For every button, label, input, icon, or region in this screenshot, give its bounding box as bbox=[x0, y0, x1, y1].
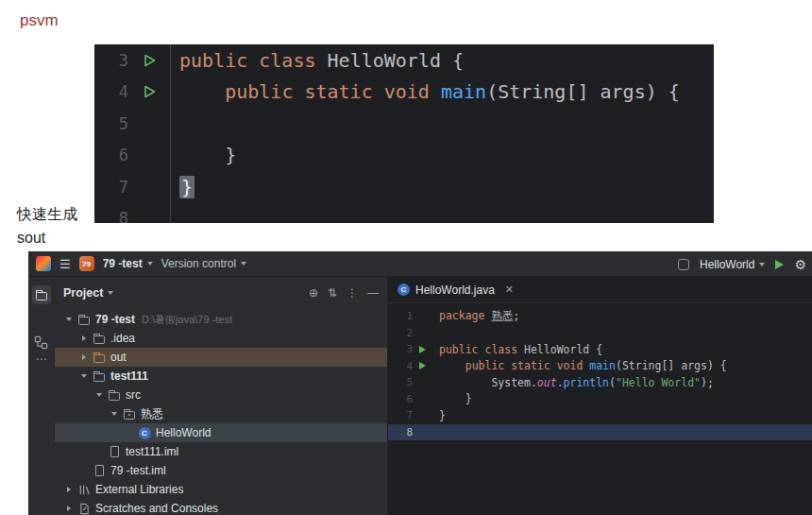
tree-row-idea[interactable]: .idea bbox=[55, 329, 387, 348]
editor-line-4[interactable]: 4 public static void main(String[] args)… bbox=[388, 358, 812, 375]
excluded-folder-icon bbox=[91, 352, 108, 363]
structure-toolwindow-icon[interactable] bbox=[34, 335, 48, 352]
locate-file-icon[interactable]: ⊕ bbox=[309, 286, 318, 300]
collapse-all-icon[interactable]: ⇅ bbox=[328, 286, 337, 300]
ide-main: ⋯ Project ⊕ ⇅ ⋮ — 79 -test D:\暑假java\79 … bbox=[28, 277, 812, 515]
line-number: 8 bbox=[94, 209, 128, 223]
run-icon[interactable] bbox=[128, 84, 170, 99]
run-main-icon[interactable] bbox=[419, 362, 426, 369]
tree-row-external-libraries[interactable]: External Libraries bbox=[55, 480, 387, 499]
snippet-line-3[interactable]: 3 public class HelloWorld { bbox=[94, 44, 714, 77]
doc-heading-psvm: psvm bbox=[20, 11, 59, 30]
chevron-down-icon[interactable] bbox=[62, 318, 76, 321]
run-class-icon[interactable] bbox=[419, 346, 426, 353]
settings-gear-icon[interactable]: ⚙ bbox=[794, 258, 806, 271]
code-text: public class HelloWorld { bbox=[170, 49, 464, 72]
chevron-down-icon[interactable] bbox=[77, 374, 91, 378]
chevron-right-icon[interactable] bbox=[62, 506, 76, 511]
file-icon bbox=[106, 446, 123, 457]
more-toolwindows-icon[interactable]: ⋯ bbox=[28, 352, 55, 366]
line-number: 6 bbox=[94, 146, 128, 164]
vcs-widget[interactable]: Version control bbox=[161, 257, 246, 270]
editor-area: C HelloWorld.java ✕ 1 package 熟悉; 2 3 pu… bbox=[387, 277, 812, 515]
tree-row-scratches[interactable]: Scratches and Consoles bbox=[55, 499, 387, 515]
editor-line-1[interactable]: 1 package 熟悉; bbox=[388, 308, 812, 325]
tree-row-test111-iml[interactable]: test111.iml bbox=[55, 442, 387, 461]
tab-helloworld-java[interactable]: C HelloWorld.java ✕ bbox=[398, 283, 514, 297]
editor-line-8-caret[interactable]: 8 bbox=[388, 424, 812, 441]
file-icon bbox=[91, 465, 108, 476]
snippet-line-7[interactable]: 7 } bbox=[94, 171, 714, 203]
code-text: } bbox=[170, 176, 195, 198]
run-button[interactable] bbox=[775, 260, 784, 269]
class-icon: C bbox=[136, 427, 153, 439]
editor-tab-bar: C HelloWorld.java ✕ bbox=[388, 277, 812, 303]
editor-line-3[interactable]: 3 public class HelloWorld { bbox=[388, 341, 812, 358]
line-number: 3 bbox=[94, 51, 128, 70]
doc-heading-sout: sout bbox=[17, 230, 45, 247]
run-icon[interactable] bbox=[128, 53, 170, 68]
project-panel-toolbar: ⊕ ⇅ ⋮ — bbox=[309, 286, 379, 300]
code-snippet: 3 public class HelloWorld { 4 public sta… bbox=[94, 44, 714, 223]
project-avatar[interactable]: 79 bbox=[79, 256, 94, 271]
more-options-icon[interactable]: ⋮ bbox=[347, 286, 358, 300]
class-icon: C bbox=[398, 283, 410, 296]
editor-line-2[interactable]: 2 bbox=[388, 325, 812, 342]
tree-row-test111[interactable]: test111 bbox=[55, 367, 387, 386]
intellij-logo-icon bbox=[36, 256, 51, 271]
library-icon bbox=[76, 484, 93, 496]
folder-icon bbox=[76, 315, 93, 325]
tool-window-strip: ⋯ bbox=[28, 277, 55, 515]
project-path: D:\暑假java\79 -test bbox=[142, 313, 232, 327]
editor-code: 1 package 熟悉; 2 3 public class HelloWorl… bbox=[388, 308, 812, 440]
editor-line-6[interactable]: 6 } bbox=[388, 391, 812, 408]
tree-row-project-root[interactable]: 79 -test D:\暑假java\79 -test bbox=[55, 310, 387, 329]
run-widget: HelloWorld ⚙ bbox=[678, 251, 806, 277]
chevron-down-icon[interactable] bbox=[108, 412, 121, 416]
snippet-line-5[interactable]: 5 bbox=[94, 108, 714, 140]
snippet-line-4[interactable]: 4 public static void main(String[] args)… bbox=[94, 77, 714, 109]
chevron-down-icon[interactable] bbox=[93, 393, 106, 397]
line-number: 7 bbox=[94, 178, 128, 197]
editor-line-5[interactable]: 5 System.out.println("Hello World"); bbox=[388, 374, 812, 391]
chevron-right-icon[interactable] bbox=[77, 354, 91, 360]
editor-line-7[interactable]: 7 } bbox=[388, 407, 812, 424]
tree-row-project-iml[interactable]: 79 -test.iml bbox=[55, 461, 387, 480]
module-folder-icon bbox=[91, 371, 108, 382]
line-number: 4 bbox=[94, 82, 128, 101]
title-bar: ☰ 79 79 -test Version control HelloWorld… bbox=[28, 251, 812, 277]
tree-row-out[interactable]: out bbox=[55, 348, 387, 367]
close-tab-icon[interactable]: ✕ bbox=[505, 283, 514, 296]
run-config-icon[interactable] bbox=[678, 259, 689, 270]
tree-row-helloworld[interactable]: C HelloWorld bbox=[55, 423, 387, 442]
tree-row-src[interactable]: src bbox=[55, 386, 387, 404]
ide-window: ☰ 79 79 -test Version control HelloWorld… bbox=[28, 251, 812, 515]
scratches-icon bbox=[76, 503, 93, 515]
doc-caption-generate: 快速生成 bbox=[17, 205, 77, 225]
folder-icon bbox=[36, 292, 47, 300]
snippet-line-6[interactable]: 6 } bbox=[94, 140, 714, 172]
chevron-right-icon[interactable] bbox=[62, 487, 76, 492]
project-panel-header: Project ⊕ ⇅ ⋮ — bbox=[55, 277, 387, 308]
snippet-line-8[interactable]: 8 bbox=[94, 203, 714, 224]
code-text: } bbox=[170, 144, 236, 166]
project-panel-title[interactable]: Project bbox=[63, 286, 113, 300]
line-number: 5 bbox=[94, 114, 128, 133]
source-folder-icon bbox=[106, 390, 123, 401]
project-selector[interactable]: 79 -test bbox=[103, 257, 153, 270]
package-icon bbox=[121, 409, 138, 420]
project-panel: Project ⊕ ⇅ ⋮ — 79 -test D:\暑假java\79 -t… bbox=[55, 277, 387, 515]
project-tree: 79 -test D:\暑假java\79 -test .idea out te bbox=[55, 310, 387, 515]
run-config-selector[interactable]: HelloWorld bbox=[700, 258, 765, 271]
tree-row-package[interactable]: 熟悉 bbox=[55, 404, 387, 423]
hide-panel-icon[interactable]: — bbox=[367, 286, 379, 300]
hamburger-menu-icon[interactable]: ☰ bbox=[59, 257, 71, 271]
code-text: public static void main(String[] args) { bbox=[170, 80, 680, 103]
block-caret: } bbox=[179, 176, 195, 198]
chevron-right-icon[interactable] bbox=[77, 335, 91, 341]
folder-icon bbox=[91, 334, 108, 344]
project-toolwindow-icon[interactable] bbox=[32, 285, 51, 304]
